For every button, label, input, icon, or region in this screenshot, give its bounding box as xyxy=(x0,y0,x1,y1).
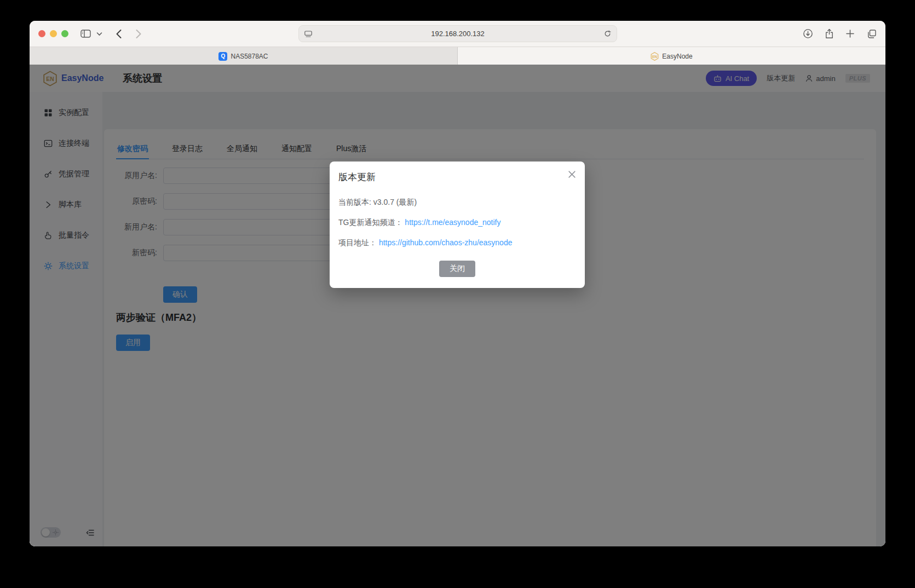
dialog-title: 版本更新 xyxy=(338,172,376,182)
forward-icon[interactable] xyxy=(135,29,142,39)
current-version-text: 当前版本: v3.0.7 (最新) xyxy=(338,197,576,207)
chevron-down-icon[interactable] xyxy=(96,32,102,36)
nas-favicon-icon: Q xyxy=(218,52,227,61)
modal-overlay xyxy=(30,65,885,546)
sidebar-toggle-icon[interactable] xyxy=(80,30,91,38)
browser-tab-easynode[interactable]: EN EasyNode xyxy=(458,47,885,65)
tg-channel-label: TG更新通知频道： xyxy=(338,218,402,227)
dialog-close-button[interactable]: 关闭 xyxy=(439,261,475,277)
easynode-favicon-icon: EN xyxy=(651,52,659,61)
repo-link[interactable]: https://github.com/chaos-zhu/easynode xyxy=(379,238,513,247)
svg-text:EN: EN xyxy=(652,54,657,58)
browser-window: 192.168.200.132 xyxy=(30,21,885,546)
zoom-window-button[interactable] xyxy=(61,30,68,37)
browser-tab-title: EasyNode xyxy=(662,53,692,60)
reload-icon[interactable] xyxy=(603,30,612,38)
share-icon[interactable] xyxy=(825,28,834,39)
close-window-button[interactable] xyxy=(38,30,45,37)
version-update-dialog: 版本更新 当前版本: v3.0.7 (最新) TG更新通知频道： https:/… xyxy=(330,162,585,288)
minimize-window-button[interactable] xyxy=(50,30,57,37)
downloads-icon[interactable] xyxy=(803,28,813,39)
page-format-icon[interactable] xyxy=(304,30,313,38)
tg-channel-link[interactable]: https://t.me/easynode_notify xyxy=(405,218,500,227)
screenshot-stage: 192.168.200.132 xyxy=(0,0,915,588)
new-tab-icon[interactable] xyxy=(845,29,855,38)
web-page: EN EasyNode 系统设置 AI Chat xyxy=(30,65,885,546)
browser-tab-nas[interactable]: Q NAS5878AC xyxy=(30,47,458,65)
browser-tab-title: NAS5878AC xyxy=(231,53,268,60)
close-icon[interactable] xyxy=(568,170,576,180)
url-text[interactable]: 192.168.200.132 xyxy=(313,30,603,38)
tab-strip: Q NAS5878AC EN EasyNode xyxy=(30,47,885,65)
back-icon[interactable] xyxy=(116,29,122,39)
browser-toolbar: 192.168.200.132 xyxy=(30,21,885,47)
address-bar[interactable]: 192.168.200.132 xyxy=(298,25,617,42)
repo-label: 项目地址： xyxy=(338,238,377,247)
traffic-lights xyxy=(38,30,68,37)
tab-overview-icon[interactable] xyxy=(866,29,877,39)
